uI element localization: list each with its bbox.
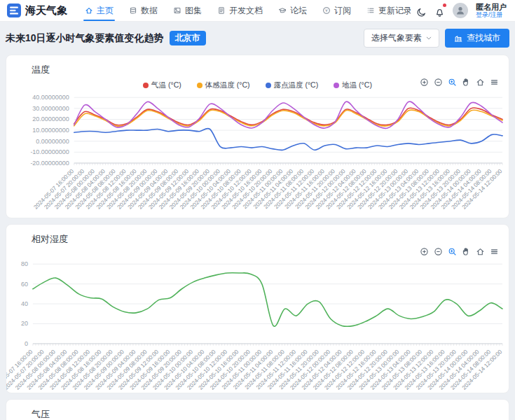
legend-dot xyxy=(334,83,339,88)
legend-dot xyxy=(143,83,149,88)
nav-item-changelog[interactable]: 更新记录 xyxy=(359,0,411,21)
legend-item-1[interactable]: 体感温度 (°C) xyxy=(197,80,250,90)
svg-text:10.00000000: 10.00000000 xyxy=(32,127,69,134)
dark-mode-toggle[interactable] xyxy=(416,5,427,15)
legend-label: 露点温度 (°C) xyxy=(274,80,319,90)
legend-label: 气温 (°C) xyxy=(151,80,181,90)
page-title: 未来10日逐小时气象要素值变化趋势 xyxy=(6,32,164,45)
zoom-out-icon[interactable] xyxy=(434,247,443,256)
reset-home-icon[interactable] xyxy=(476,78,485,87)
nav-item-doc[interactable]: 开发文档 xyxy=(210,0,270,21)
menu-icon[interactable] xyxy=(490,247,499,256)
chevron-down-icon xyxy=(426,34,432,43)
brand-name: 海天气象 xyxy=(25,4,67,18)
login-register-link[interactable]: 登录/注册 xyxy=(476,11,507,18)
legend-item-3[interactable]: 地温 (°C) xyxy=(334,80,372,90)
nav-item-database[interactable]: 数据 xyxy=(121,0,165,21)
pressure-card-title: 气压 xyxy=(6,400,509,420)
humidity-card-title: 相对湿度 xyxy=(6,225,509,246)
humidity-card: 相对湿度 8060402002024-05-07 16:00:002024-05… xyxy=(6,224,509,393)
svg-text:-20.00000000: -20.00000000 xyxy=(30,160,69,167)
city-badge[interactable]: 北京市 xyxy=(170,31,206,46)
subscribe-icon: ¥ xyxy=(322,6,331,15)
temperature-chart[interactable]: 40.0000000030.0000000020.0000000010.0000… xyxy=(6,90,509,218)
nav-item-label: 订阅 xyxy=(334,5,351,17)
zoom-in-icon[interactable] xyxy=(420,78,429,87)
svg-text:20.00000000: 20.00000000 xyxy=(32,115,69,122)
nav-item-gallery[interactable]: 图集 xyxy=(165,0,210,21)
page-body: 未来10日逐小时气象要素值变化趋势 北京市 选择气象要素 查找城市 温度 气温 … xyxy=(0,22,515,420)
nav-item-subscribe[interactable]: ¥订阅 xyxy=(315,0,359,21)
city-search-icon xyxy=(454,34,462,43)
nav-item-forum[interactable]: 论坛 xyxy=(270,0,315,21)
svg-text:80: 80 xyxy=(21,260,28,267)
nav-item-label: 论坛 xyxy=(290,5,307,17)
brand[interactable]: 海天气象 xyxy=(7,4,67,18)
pan-icon[interactable] xyxy=(462,247,471,256)
svg-text:0: 0 xyxy=(25,340,28,347)
temperature-card: 温度 气温 (°C)体感温度 (°C)露点温度 (°C)地温 (°C) 40.0… xyxy=(6,55,509,218)
zoom-out-icon[interactable] xyxy=(434,78,443,87)
user-meta: 匿名用户 登录/注册 xyxy=(476,3,508,19)
zoom-in-icon[interactable] xyxy=(420,247,429,256)
find-city-button[interactable]: 查找城市 xyxy=(445,29,509,48)
select-weather-element-dropdown[interactable]: 选择气象要素 xyxy=(364,29,439,48)
top-navbar: 海天气象 主页数据图集开发文档论坛¥订阅更新记录关于?FAQ捐助我们 匿名用户 … xyxy=(0,0,515,22)
nav-item-label: 图集 xyxy=(185,5,202,17)
forum-icon xyxy=(278,6,287,15)
temperature-chart-toolbar xyxy=(420,78,499,87)
svg-text:-10.00000000: -10.00000000 xyxy=(30,148,69,155)
legend-dot xyxy=(266,83,271,88)
svg-text:40: 40 xyxy=(21,300,28,307)
legend-label: 体感温度 (°C) xyxy=(205,80,250,90)
database-icon xyxy=(129,6,137,15)
nav-item-label: 主页 xyxy=(97,5,114,17)
nav-item-label: 更新记录 xyxy=(378,5,411,17)
nav-item-label: 数据 xyxy=(141,5,158,17)
username: 匿名用户 xyxy=(476,3,507,12)
humidity-chart-toolbar xyxy=(420,247,499,256)
svg-text:20: 20 xyxy=(21,320,28,327)
menu-icon[interactable] xyxy=(490,78,499,87)
home-icon xyxy=(85,6,93,15)
box-zoom-icon[interactable] xyxy=(448,78,457,87)
legend-dot xyxy=(197,83,202,88)
avatar[interactable] xyxy=(453,3,468,18)
nav-item-home[interactable]: 主页 xyxy=(77,0,121,21)
nav-right: 匿名用户 登录/注册 xyxy=(411,3,508,19)
legend-item-0[interactable]: 气温 (°C) xyxy=(143,80,181,90)
humidity-chart[interactable]: 8060402002024-05-07 16:00:002024-05-07 2… xyxy=(6,258,509,393)
svg-text:60: 60 xyxy=(21,281,28,288)
person-icon xyxy=(455,5,466,16)
main-nav: 主页数据图集开发文档论坛¥订阅更新记录关于?FAQ捐助我们 xyxy=(77,0,411,21)
bell-icon xyxy=(434,7,445,18)
svg-text:0.00000000: 0.00000000 xyxy=(36,138,69,145)
pan-icon[interactable] xyxy=(462,78,471,87)
city-search-icon xyxy=(454,34,462,43)
reset-home-icon[interactable] xyxy=(476,247,485,256)
site-logo-icon xyxy=(7,4,21,18)
moon-icon xyxy=(416,7,427,18)
box-zoom-icon[interactable] xyxy=(448,247,457,256)
svg-text:40.00000000: 40.00000000 xyxy=(32,94,69,101)
notifications-bell[interactable] xyxy=(434,5,445,15)
legend-item-2[interactable]: 露点温度 (°C) xyxy=(266,80,319,90)
legend-label: 地温 (°C) xyxy=(342,80,372,90)
chevron-down-icon xyxy=(426,36,432,41)
nav-item-label: 开发文档 xyxy=(229,5,263,17)
changelog-icon xyxy=(366,6,375,15)
gallery-icon xyxy=(173,6,181,15)
doc-icon xyxy=(217,6,226,15)
temperature-card-title: 温度 xyxy=(6,55,509,76)
pressure-card: 气压 xyxy=(6,399,509,420)
page-header: 未来10日逐小时气象要素值变化趋势 北京市 选择气象要素 查找城市 xyxy=(6,29,509,48)
select-weather-element-label: 选择气象要素 xyxy=(371,32,422,44)
svg-text:30.00000000: 30.00000000 xyxy=(32,105,69,112)
find-city-label: 查找城市 xyxy=(467,32,500,44)
svg-text:¥: ¥ xyxy=(325,8,328,13)
